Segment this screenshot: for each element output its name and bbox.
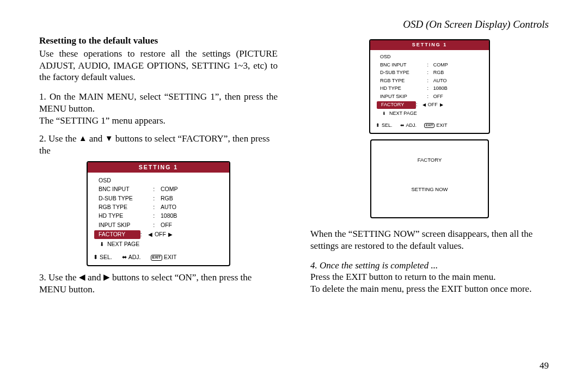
- triangle-right-icon: ▶: [168, 232, 173, 237]
- footer-exit: EXITEXIT: [424, 122, 447, 129]
- page-header: OSD (On Screen Display) Controls: [39, 19, 549, 30]
- osd-item-input-skip: INPUT SKIP: [94, 222, 153, 229]
- footer-adj: ADJ.: [400, 122, 417, 129]
- triangle-down-icon: ▼: [105, 134, 113, 143]
- triangle-right-icon: ▶: [103, 273, 110, 281]
- footer-adj: ADJ.: [122, 254, 141, 261]
- osd-item-hd-type: HD TYPE: [94, 212, 153, 219]
- step-4-line-1: Press the EXIT button to return to the m…: [310, 271, 549, 283]
- triangle-left-icon: ◀: [79, 273, 85, 281]
- step-1-line-1: 1. On the MAIN MENU, select “SETTING 1”,…: [39, 91, 278, 115]
- footer-sel: SEL.: [93, 254, 112, 261]
- step-4-heading: 4. Once the setting is completed ...: [310, 260, 549, 272]
- footer-exit: EXITEXIT: [151, 254, 177, 261]
- triangle-right-icon: ▶: [440, 103, 443, 107]
- osd-item-osd: OSD: [94, 177, 153, 184]
- step-4-line-2: To delete the main menu, press the EXIT …: [310, 283, 549, 295]
- osd-item-factory-highlighted: FACTORY : ◀OFF▶: [377, 101, 482, 110]
- intro-paragraph: Use these operations to restore all the …: [39, 48, 278, 83]
- osd-title: SETTING 1: [88, 162, 229, 173]
- step-1-line-2: The “SETTING 1” menu appears.: [39, 115, 278, 127]
- factory-box-line1: FACTORY: [371, 157, 488, 163]
- page: OSD (On Screen Display) Controls Resetti…: [0, 0, 588, 380]
- osd-title: SETTING 1: [370, 40, 489, 50]
- triangle-up-icon: ▲: [79, 134, 87, 143]
- osd-item-rgb-type: RGB TYPE: [377, 78, 427, 84]
- arrow-down-icon: ⬇: [100, 242, 104, 247]
- two-column-layout: Resetting to the default values Use thes…: [39, 35, 549, 296]
- osd-item-osd: OSD: [377, 54, 427, 60]
- osd-item-factory-highlighted: FACTORY : ◀OFF▶: [94, 230, 223, 240]
- step-3: 3. Use the ◀ and ▶ buttons to select “ON…: [39, 272, 278, 296]
- section-heading: Resetting to the default values: [39, 35, 278, 47]
- left-column: Resetting to the default values Use thes…: [39, 35, 278, 296]
- right-column: SETTING 1 OSD BNC INPUT:COMP D-SUB TYPE:…: [310, 35, 549, 296]
- osd-next-page: ⬇NEXT PAGE: [94, 240, 223, 250]
- osd-menu-setting1-small: SETTING 1 OSD BNC INPUT:COMP D-SUB TYPE:…: [369, 39, 490, 134]
- arrow-down-icon: ⬇: [382, 112, 386, 116]
- osd-footer: SEL. ADJ. EXITEXIT: [88, 254, 229, 265]
- exit-box-icon: EXIT: [151, 255, 163, 261]
- triangle-left-icon: ◀: [422, 103, 426, 107]
- factory-box-line2: SETTING NOW: [371, 186, 488, 193]
- osd-item-dsub-type: D-SUB TYPE: [377, 70, 427, 76]
- setting-now-description: When the “SETTING NOW” screen disappears…: [310, 228, 549, 252]
- osd-item-hd-type: HD TYPE: [377, 85, 427, 92]
- page-number: 49: [540, 360, 549, 371]
- osd-footer: SEL. ADJ. EXITEXIT: [370, 122, 489, 133]
- factory-setting-now-box: FACTORY SETTING NOW: [370, 139, 489, 218]
- osd-item-dsub-type: D-SUB TYPE: [94, 195, 153, 202]
- exit-box-icon: EXIT: [424, 123, 434, 128]
- osd-item-input-skip: INPUT SKIP: [377, 94, 427, 100]
- footer-sel: SEL.: [376, 122, 393, 129]
- osd-next-page: ⬇NEXT PAGE: [377, 109, 482, 119]
- osd-item-rgb-type: RGB TYPE: [94, 204, 153, 211]
- osd-item-bnc-input: BNC INPUT: [377, 62, 427, 69]
- triangle-left-icon: ◀: [148, 232, 152, 237]
- step-2: 2. Use the ▲ and ▼ buttons to select “FA…: [39, 133, 278, 157]
- osd-item-bnc-input: BNC INPUT: [94, 186, 153, 193]
- osd-menu-setting1-large: SETTING 1 OSD BNC INPUT:COMP D-SUB TYPE:…: [87, 161, 230, 266]
